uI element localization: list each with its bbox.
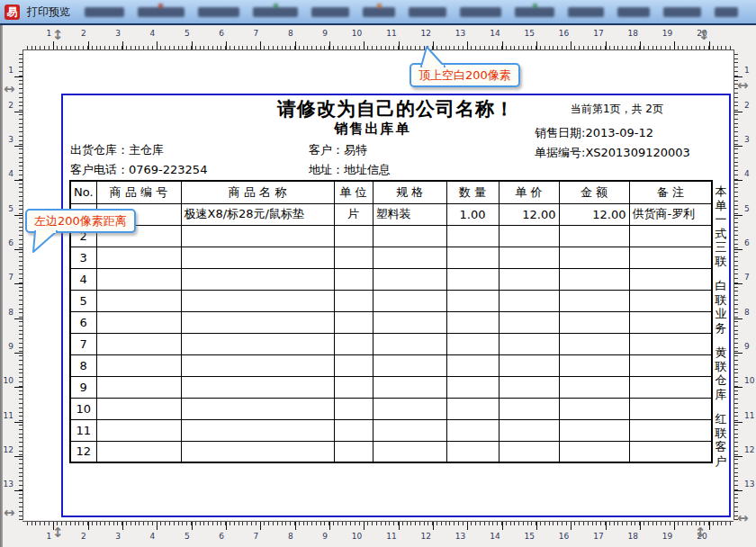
ruler-tick bbox=[342, 522, 343, 525]
ruler-tick bbox=[393, 46, 394, 49]
ruler-tick bbox=[192, 522, 193, 530]
field-warehouse: 出货仓库：主仓库 bbox=[70, 142, 164, 158]
ruler-tick bbox=[70, 46, 71, 49]
cell-amount bbox=[559, 354, 629, 376]
ruler-tick bbox=[475, 522, 476, 525]
ruler-tick bbox=[480, 522, 481, 525]
ruler-tick bbox=[661, 522, 662, 525]
ruler-tick bbox=[436, 522, 437, 525]
margin-handle-right-top[interactable]: ↔ bbox=[737, 79, 749, 93]
toolbar-blurred-button[interactable] bbox=[85, 7, 124, 17]
ruler-tick bbox=[734, 287, 738, 288]
ruler-tick bbox=[19, 494, 22, 495]
ruler-tick bbox=[734, 408, 738, 408]
margin-handle-left-bottom[interactable]: ↔ bbox=[4, 507, 15, 520]
ruler-tick bbox=[96, 522, 97, 525]
margin-handle-left-top[interactable]: ↔ bbox=[4, 83, 15, 96]
ruler-tick bbox=[19, 119, 22, 120]
ruler-tick bbox=[247, 46, 248, 49]
ruler-tick bbox=[148, 46, 148, 49]
ruler-tick bbox=[19, 403, 22, 404]
margin-handle-top-right[interactable]: ↕ bbox=[698, 29, 710, 42]
margin-handle-top-left[interactable]: ↕ bbox=[52, 29, 64, 42]
cell-amount bbox=[559, 398, 629, 419]
ruler-number: 2 bbox=[744, 101, 755, 110]
ruler-tick bbox=[734, 309, 738, 309]
toolbar-blurred-button[interactable] bbox=[568, 7, 604, 17]
ruler-number: 1 bbox=[3, 66, 14, 75]
ruler-tick bbox=[734, 227, 738, 228]
cell-code bbox=[96, 398, 181, 419]
ruler-tick bbox=[217, 46, 218, 49]
ruler-tick bbox=[376, 522, 377, 525]
toolbar-blurred-button[interactable] bbox=[515, 7, 554, 17]
toolbar-blurred-button[interactable] bbox=[311, 7, 349, 17]
ruler-tick bbox=[19, 244, 22, 245]
ruler-tick bbox=[734, 355, 738, 356]
ruler-number: 7 bbox=[245, 29, 258, 38]
toolbar-blurred-button[interactable] bbox=[363, 7, 395, 17]
side-note-group: 白联业务 bbox=[714, 279, 728, 335]
toolbar-blurred-button[interactable] bbox=[253, 7, 298, 17]
ruler-tick bbox=[407, 522, 408, 525]
ruler-tick bbox=[571, 522, 572, 530]
toolbar-button-icon bbox=[533, 4, 537, 8]
ruler-tick bbox=[367, 522, 368, 525]
ruler-tick bbox=[220, 522, 221, 525]
ruler-tick bbox=[734, 334, 738, 335]
ruler-tick bbox=[734, 347, 738, 348]
ruler-tick bbox=[734, 318, 742, 319]
side-note-group: 红联客户 bbox=[714, 412, 728, 468]
ruler-tick bbox=[704, 46, 705, 49]
toolbar-blurred-button[interactable] bbox=[409, 7, 446, 17]
ruler-tick bbox=[61, 46, 62, 49]
cell-price bbox=[499, 333, 559, 354]
toolbar-blurred-button[interactable] bbox=[198, 7, 239, 17]
cell-no: 9 bbox=[70, 376, 96, 398]
toolbar-blurred-button[interactable] bbox=[663, 7, 701, 17]
toolbar-blurred-button[interactable] bbox=[715, 7, 738, 17]
ruler-tick bbox=[506, 46, 507, 49]
ruler-number: 6 bbox=[744, 238, 755, 247]
margin-handle-bottom-left[interactable]: ↕ bbox=[52, 526, 64, 540]
ruler-tick bbox=[19, 93, 22, 94]
ruler-tick bbox=[640, 41, 641, 49]
margin-handle-right-bottom[interactable]: ↔ bbox=[737, 512, 749, 525]
ruler-tick bbox=[734, 187, 738, 188]
toolbar-blurred-button[interactable] bbox=[460, 7, 501, 17]
ruler-tick bbox=[557, 46, 558, 49]
ruler-tick bbox=[143, 46, 144, 49]
ruler-tick bbox=[614, 46, 615, 49]
ruler-tick bbox=[230, 46, 230, 49]
ruler-tick bbox=[14, 422, 22, 423]
ruler-tick bbox=[734, 412, 738, 413]
ruler-tick bbox=[399, 522, 400, 530]
ruler-tick bbox=[122, 41, 123, 49]
ruler-tick bbox=[617, 46, 618, 49]
ruler-tick bbox=[126, 522, 127, 525]
ruler-tick bbox=[19, 416, 22, 417]
ruler-tick bbox=[19, 166, 22, 166]
margin-handle-bottom-right[interactable]: ↕ bbox=[695, 526, 706, 540]
ruler-tick bbox=[734, 459, 738, 460]
ruler-tick bbox=[19, 425, 22, 426]
ruler-tick bbox=[178, 46, 179, 49]
ruler-tick bbox=[571, 41, 572, 49]
ruler-tick bbox=[311, 46, 312, 49]
ruler-tick bbox=[19, 459, 22, 460]
cell-spec bbox=[373, 376, 446, 398]
cell-amount bbox=[559, 333, 629, 354]
ruler-tick bbox=[19, 516, 22, 516]
ruler-tick bbox=[19, 261, 22, 262]
ruler-tick bbox=[100, 46, 101, 49]
cell-remark bbox=[629, 268, 712, 290]
ruler-tick bbox=[518, 46, 519, 49]
toolbar-blurred-button[interactable] bbox=[617, 7, 650, 17]
cell-spec bbox=[373, 225, 446, 247]
cell-qty bbox=[446, 290, 499, 311]
toolbar-blurred-button[interactable] bbox=[138, 7, 184, 17]
ruler-tick bbox=[458, 46, 459, 49]
ruler-tick bbox=[424, 522, 425, 525]
ruler-tick bbox=[574, 522, 575, 525]
ruler-tick bbox=[130, 522, 131, 525]
